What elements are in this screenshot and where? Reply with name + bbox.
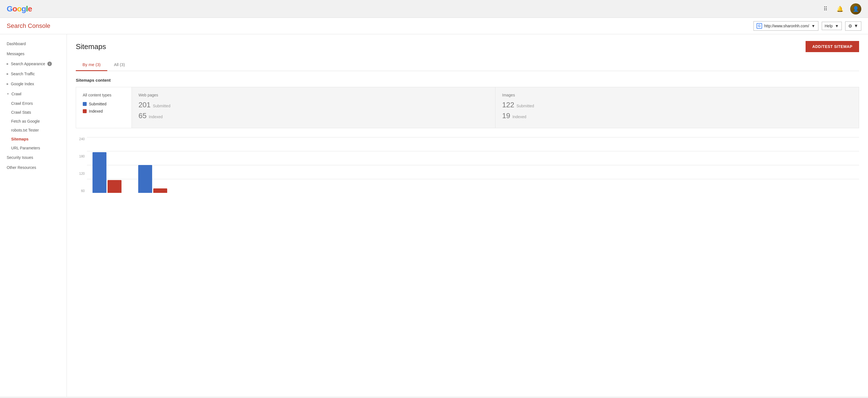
images-indexed-count: 19 <box>502 112 510 120</box>
logo-g-yellow: o <box>17 4 22 13</box>
content-cards: All content types Submitted Indexed Web … <box>76 87 859 128</box>
user-avatar[interactable]: 👤 <box>850 3 861 14</box>
main-layout: Dashboard Messages Search Appearance i S… <box>0 34 868 397</box>
content-type-label: All content types <box>83 93 125 97</box>
search-traffic-label: Search Traffic <box>11 72 35 76</box>
web-pages-title: Web pages <box>138 93 489 97</box>
crawl-label: Crawl <box>11 92 22 96</box>
settings-dropdown[interactable]: ⚙ ▼ <box>845 22 861 31</box>
help-label: Help <box>825 24 833 28</box>
tab-by-me-label: By me (3) <box>83 62 101 67</box>
bar-group-1 <box>93 152 122 193</box>
sidebar-item-crawl-stats[interactable]: Crawl Stats <box>0 108 67 117</box>
google-index-label: Google Index <box>11 82 34 86</box>
help-dropdown[interactable]: Help ▼ <box>822 22 842 30</box>
g-favicon: G <box>756 23 762 29</box>
fetch-as-google-label: Fetch as Google <box>11 119 40 123</box>
legend-indexed: Indexed <box>83 109 125 114</box>
sidebar-item-robots-txt[interactable]: robots.txt Tester <box>0 126 67 134</box>
bar-2-blue <box>138 165 152 193</box>
messages-label: Messages <box>7 52 25 56</box>
submitted-dot <box>83 102 87 106</box>
bell-icon: 🔔 <box>837 6 843 12</box>
sidebar-item-security-issues[interactable]: Security Issues <box>0 152 67 162</box>
indexed-legend-label: Indexed <box>89 109 103 114</box>
grid-icon-button[interactable]: ⠿ <box>821 3 830 14</box>
legend-submitted: Submitted <box>83 102 125 106</box>
images-submitted-row: 122 Submitted <box>502 101 852 109</box>
sidebar-item-other-resources[interactable]: Other Resources <box>0 162 67 173</box>
tab-all[interactable]: All (3) <box>107 59 131 71</box>
sub-header-right: G http://www.sharonhh.com/ ▼ Help ▼ ⚙ ▼ <box>753 21 861 31</box>
site-selector[interactable]: G http://www.sharonhh.com/ ▼ <box>753 21 818 31</box>
y-label-240: 240 <box>76 137 87 141</box>
logo-g-red2: e <box>28 4 32 13</box>
sidebar-item-messages[interactable]: Messages <box>0 49 67 59</box>
logo-g-red: o <box>12 4 17 13</box>
sidebar-item-sitemaps[interactable]: Sitemaps <box>0 134 67 144</box>
sidebar-item-url-parameters[interactable]: URL Parameters <box>0 144 67 152</box>
sidebar-item-crawl[interactable]: Crawl <box>0 89 67 99</box>
web-pages-indexed-label: Indexed <box>149 115 163 119</box>
web-pages-indexed-row: 65 Indexed <box>138 112 489 120</box>
app-title: Search Console <box>7 22 51 30</box>
images-title: Images <box>502 93 852 97</box>
help-dropdown-arrow: ▼ <box>835 24 839 28</box>
page-title: Sitemaps <box>76 42 106 51</box>
google-logo: Google <box>7 4 32 13</box>
web-pages-submitted-label: Submitted <box>153 104 170 108</box>
dashboard-label: Dashboard <box>7 41 26 46</box>
sitemaps-content-title: Sitemaps content <box>76 78 859 83</box>
settings-dropdown-arrow: ▼ <box>854 23 858 28</box>
sitemaps-label: Sitemaps <box>11 137 28 141</box>
web-pages-indexed-count: 65 <box>138 112 147 120</box>
sidebar-item-search-appearance[interactable]: Search Appearance i <box>0 59 67 69</box>
sidebar-item-search-traffic[interactable]: Search Traffic <box>0 69 67 79</box>
chart-grid <box>87 137 859 193</box>
crawl-errors-label: Crawl Errors <box>11 101 33 105</box>
site-url: http://www.sharonhh.com/ <box>764 24 809 28</box>
web-pages-submitted-row: 201 Submitted <box>138 101 489 109</box>
chart-y-labels: 240 180 120 60 <box>76 137 87 193</box>
sidebar-item-dashboard[interactable]: Dashboard <box>0 39 67 49</box>
header-right: ⠿ 🔔 👤 <box>821 3 861 14</box>
images-indexed-label: Indexed <box>513 115 526 119</box>
top-header: Google ⠿ 🔔 👤 <box>0 0 868 18</box>
add-sitemap-button[interactable]: ADD/TEST SITEMAP <box>806 41 859 52</box>
logo-g-blue: G <box>7 4 12 13</box>
security-issues-label: Security Issues <box>7 155 33 160</box>
y-label-120: 120 <box>76 172 87 176</box>
images-submitted-count: 122 <box>502 101 514 109</box>
images-submitted-label: Submitted <box>516 104 534 108</box>
sidebar-item-fetch-as-google[interactable]: Fetch as Google <box>0 117 67 126</box>
other-resources-label: Other Resources <box>7 165 36 170</box>
sidebar-item-google-index[interactable]: Google Index <box>0 79 67 89</box>
site-dropdown-arrow: ▼ <box>811 24 815 28</box>
bar-2-red <box>153 188 167 193</box>
logo-g-green: l <box>26 4 28 13</box>
sidebar: Dashboard Messages Search Appearance i S… <box>0 34 67 397</box>
main-content: Sitemaps ADD/TEST SITEMAP By me (3) All … <box>67 34 868 397</box>
grid-icon: ⠿ <box>824 6 828 12</box>
submitted-legend-label: Submitted <box>89 102 106 106</box>
notification-bell-button[interactable]: 🔔 <box>834 3 846 14</box>
tab-by-me[interactable]: By me (3) <box>76 59 107 71</box>
y-label-60: 60 <box>76 189 87 193</box>
web-pages-submitted-count: 201 <box>138 101 151 109</box>
images-card: Images 122 Submitted 19 Indexed <box>495 87 859 128</box>
logo-g-blue2: g <box>22 4 26 13</box>
bar-1-red <box>107 180 122 193</box>
url-parameters-label: URL Parameters <box>11 146 40 150</box>
sidebar-item-crawl-errors[interactable]: Crawl Errors <box>0 99 67 108</box>
bar-group-2 <box>138 165 167 193</box>
search-appearance-label: Search Appearance <box>11 62 45 66</box>
avatar-image: 👤 <box>850 3 861 14</box>
chart-area: 240 180 120 60 <box>76 137 859 193</box>
robots-txt-label: robots.txt Tester <box>11 128 39 132</box>
content-type-panel: All content types Submitted Indexed <box>76 87 132 128</box>
bar-1-blue <box>93 152 106 193</box>
crawl-stats-label: Crawl Stats <box>11 110 31 115</box>
gear-icon: ⚙ <box>848 23 852 29</box>
sub-header: Search Console G http://www.sharonhh.com… <box>0 18 868 34</box>
info-icon[interactable]: i <box>48 62 52 66</box>
